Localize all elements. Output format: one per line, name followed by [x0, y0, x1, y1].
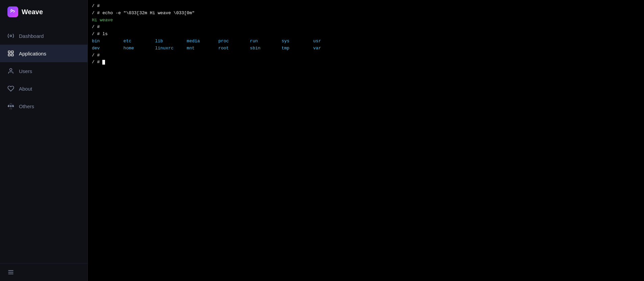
sidebar-item-about[interactable]: About [0, 80, 87, 97]
logo-text: Weave [22, 8, 43, 16]
terminal-line: / # [92, 52, 640, 59]
dashboard-icon [7, 32, 14, 39]
about-icon [7, 85, 14, 92]
others-label: Others [19, 103, 34, 109]
terminal-line: Hi weave [92, 17, 640, 24]
terminal-line: / # [92, 3, 640, 10]
svg-point-0 [10, 35, 12, 37]
collapse-icon [7, 269, 14, 276]
about-label: About [19, 86, 32, 92]
weave-logo-svg [10, 9, 16, 15]
terminal-line: dev home linuxrc mnt root sbin tmp var [92, 45, 640, 52]
svg-rect-1 [8, 51, 10, 53]
applications-icon [7, 50, 14, 57]
sidebar-item-others[interactable]: Others [0, 97, 87, 115]
applications-label: Applications [19, 51, 46, 56]
sidebar-item-applications[interactable]: Applications [0, 45, 87, 62]
dashboard-label: Dashboard [19, 33, 44, 39]
sidebar-item-dashboard[interactable]: Dashboard [0, 27, 87, 45]
sidebar-logo[interactable]: Weave [0, 0, 87, 24]
svg-point-6 [10, 106, 11, 107]
svg-rect-2 [11, 51, 14, 53]
svg-rect-3 [8, 54, 10, 56]
sidebar-nav: Dashboard Applications Users [0, 24, 87, 263]
terminal-line: / # echo -e "\033[32m Hi weave \033[0m" [92, 10, 640, 17]
collapse-button[interactable] [7, 269, 80, 276]
users-label: Users [19, 68, 32, 74]
terminal-line: bin etc lib media proc run sys usr [92, 38, 640, 45]
terminal-line: / # ls [92, 31, 640, 38]
terminal-cursor [102, 60, 105, 65]
svg-rect-4 [11, 54, 14, 56]
sidebar-item-users[interactable]: Users [0, 62, 87, 80]
others-icon [7, 103, 14, 110]
sidebar: Weave Dashboard Applications [0, 0, 88, 281]
terminal-line: / # [92, 59, 640, 66]
logo-icon [7, 6, 18, 17]
terminal-area[interactable]: / #/ # echo -e "\033[32m Hi weave \033[0… [88, 0, 644, 281]
terminal-line: / # [92, 24, 640, 31]
sidebar-footer [0, 263, 87, 281]
users-icon [7, 68, 14, 74]
svg-point-5 [10, 69, 12, 71]
